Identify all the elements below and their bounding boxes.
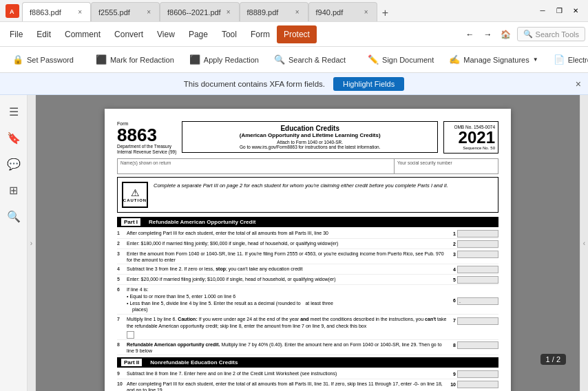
line-1-row: 1 After completing Part III for each stu… — [117, 229, 498, 239]
tab-f8863-close[interactable]: × — [76, 7, 83, 17]
right-panel-handle[interactable]: ‹ — [580, 95, 588, 391]
minimize-button[interactable]: ─ — [536, 4, 549, 18]
line-4-field[interactable] — [457, 266, 498, 273]
sign-document-button[interactable]: ✏️ Sign Document — [361, 52, 441, 67]
search-redact-icon: 🔍 — [274, 54, 285, 65]
apply-redaction-button[interactable]: ⬛ Apply Redaction — [182, 52, 266, 67]
tab-f8889-close[interactable]: × — [294, 7, 301, 17]
new-tab-button[interactable]: + — [377, 5, 394, 21]
tab-f2555[interactable]: f2555.pdf × — [91, 2, 160, 21]
manage-signatures-button[interactable]: ✍️ Manage Signatures ▼ — [442, 52, 545, 67]
line-3-row: 3 Enter the amount from Form 1040 or 104… — [117, 250, 498, 264]
line-7-field[interactable] — [457, 317, 498, 325]
menu-view[interactable]: View — [150, 25, 182, 43]
menu-convert[interactable]: Convert — [107, 25, 150, 43]
tab-f2555-close[interactable]: × — [145, 7, 152, 17]
caution-text: Complete a separate Part III on page 2 f… — [154, 182, 448, 208]
back-button[interactable]: ← — [462, 26, 479, 43]
signatures-icon: ✍️ — [449, 54, 460, 65]
ssn-label: Your social security number — [397, 160, 495, 165]
menu-page[interactable]: Page — [182, 25, 215, 43]
menu-form[interactable]: Form — [244, 25, 277, 43]
close-button[interactable]: ✕ — [569, 4, 582, 18]
line-10-field[interactable] — [457, 381, 498, 388]
part2-title: Nonrefundable Education Credits — [150, 359, 238, 366]
line-1-field[interactable] — [457, 230, 498, 237]
line-8-num: 8 — [453, 342, 456, 348]
seq-num: 50 — [490, 146, 495, 150]
right-chevron-icon: ‹ — [583, 240, 585, 247]
search-tools-input[interactable]: 🔍 Search Tools — [517, 27, 585, 41]
sidebar-icon-bookmark[interactable]: 🔖 — [3, 127, 25, 149]
tab-f2555-label: f2555.pdf — [98, 8, 130, 17]
tabs-area: f8863.pdf × f2555.pdf × f8606--2021.pdf … — [22, 0, 530, 21]
search-icon: 🔍 — [523, 30, 533, 39]
part2-label: Part II — [121, 359, 142, 366]
apply-redaction-label: Apply Redaction — [204, 56, 259, 64]
document-viewer: Form 8863 Department of the Treasury Int… — [36, 95, 580, 391]
menu-edit[interactable]: Edit — [30, 25, 58, 43]
form-year: 2021 — [447, 129, 495, 146]
mark-redaction-button[interactable]: ⬛ Mark for Redaction — [89, 52, 181, 67]
line-7-row: 7 Multiply line 1 by line 6. Caution: If… — [117, 315, 498, 340]
line-5-field[interactable] — [457, 276, 498, 284]
document-page: Form 8863 Department of the Treasury Int… — [105, 109, 511, 391]
tab-f940-label: f940.pdf — [316, 8, 344, 17]
main-area: ☰ 🔖 💬 ⊞ 🔍 › Form 8863 Department of the … — [0, 95, 588, 391]
menu-search-area: ← → 🏠 🔍 Search Tools — [462, 26, 585, 43]
line-3-num: 3 — [453, 251, 456, 257]
return-label: Name(s) shown on return — [120, 160, 391, 165]
tab-f940-close[interactable]: × — [363, 7, 370, 17]
menu-bar: File Edit Comment Convert View Page Tool… — [0, 22, 588, 47]
form-title: Education Credits — [185, 125, 434, 132]
line-3-field[interactable] — [457, 251, 498, 258]
menu-file[interactable]: File — [3, 25, 30, 43]
line-2-num: 2 — [453, 241, 456, 247]
menu-protect[interactable]: Protect — [277, 25, 317, 43]
sidebar-icon-pages[interactable]: ⊞ — [3, 179, 25, 201]
highlight-fields-button[interactable]: Highlight Fields — [333, 77, 404, 91]
tab-f8863-label: f8863.pdf — [30, 8, 61, 17]
tab-f940[interactable]: f940.pdf × — [308, 2, 377, 21]
tab-f8606-label: f8606--2021.pdf — [167, 8, 221, 17]
nav-buttons: ← → 🏠 — [462, 26, 514, 43]
electronic-icon: 📄 — [554, 54, 565, 65]
dept-info: Department of the Treasury Internal Reve… — [117, 144, 176, 156]
manage-signatures-label: Manage Signatures — [463, 56, 529, 64]
electronic-button[interactable]: 📄 Electro... — [547, 52, 588, 67]
form-number-big: 8863 — [117, 126, 176, 144]
sidebar-icon-search[interactable]: 🔍 — [3, 205, 25, 227]
left-sidebar: ☰ 🔖 💬 ⊞ 🔍 — [0, 95, 28, 391]
sign-icon: ✏️ — [368, 54, 379, 65]
line-10-num: 10 — [450, 381, 456, 388]
line-6-num: 6 — [453, 297, 456, 304]
menu-comment[interactable]: Comment — [58, 25, 107, 43]
line-9-field[interactable] — [457, 370, 498, 378]
line-7-checkbox[interactable] — [127, 331, 134, 339]
search-redact-button[interactable]: 🔍 Search & Redact — [267, 52, 353, 67]
left-panel-handle[interactable]: › — [28, 95, 36, 391]
line-2-field[interactable] — [457, 240, 498, 248]
sidebar-icon-comment[interactable]: 💬 — [3, 153, 25, 175]
protect-toolbar: 🔒 Set Password ⬛ Mark for Redaction ⬛ Ap… — [0, 47, 588, 73]
line-6-row: 6 If line 4 is: • Equal to or more than … — [117, 286, 498, 315]
line-6-field[interactable]: . — [457, 297, 498, 305]
app-icon: A — [6, 4, 19, 18]
form-subtitle: (American Opportunity and Lifetime Learn… — [185, 132, 434, 138]
set-password-button[interactable]: 🔒 Set Password — [6, 52, 81, 67]
tab-f8606-close[interactable]: × — [225, 7, 232, 17]
tab-f8863[interactable]: f8863.pdf × — [22, 2, 91, 21]
document-scroll[interactable]: Form 8863 Department of the Treasury Int… — [36, 95, 580, 391]
tab-f8606[interactable]: f8606--2021.pdf × — [160, 2, 240, 21]
xfa-message: This document contains XFA form fields. — [184, 80, 325, 88]
forward-button[interactable]: → — [480, 26, 496, 43]
line-8-field[interactable] — [457, 341, 498, 349]
xfa-close-button[interactable]: × — [576, 78, 581, 89]
home-button[interactable]: 🏠 — [498, 26, 514, 43]
tab-f8889[interactable]: f8889.pdf × — [240, 2, 308, 21]
restore-button[interactable]: ❐ — [552, 4, 566, 18]
sidebar-icon-layers[interactable]: ☰ — [3, 101, 25, 123]
electronic-label: Electro... — [568, 56, 588, 64]
title-bar: A f8863.pdf × f2555.pdf × f8606--2021.pd… — [0, 0, 588, 22]
menu-tool[interactable]: Tool — [215, 25, 244, 43]
